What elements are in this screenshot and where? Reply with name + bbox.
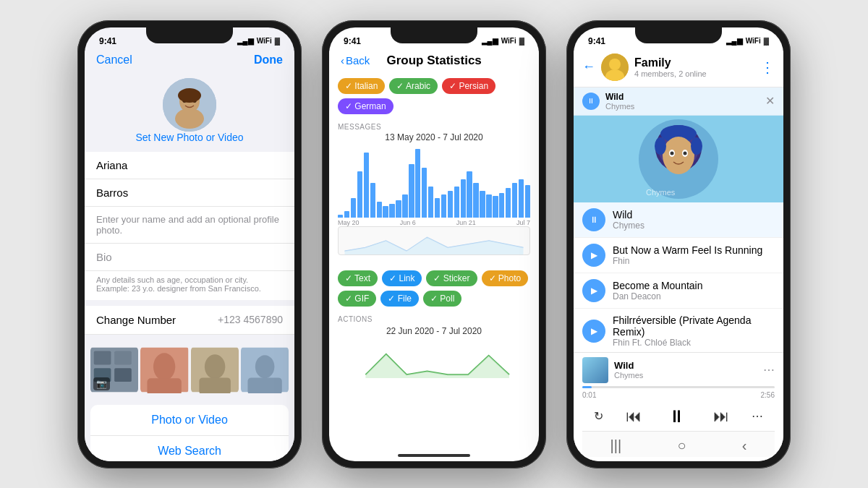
play-button-3[interactable]: ▶	[582, 279, 605, 302]
svg-text:Chymes: Chymes	[646, 188, 676, 197]
song-item-4[interactable]: ▶ Fhilrréversible (Private Agenda Remix)…	[574, 309, 783, 354]
phone2-nav: ‹ Back Group Statistics	[329, 51, 539, 74]
chart-bar	[377, 202, 382, 217]
chart-bar	[409, 164, 414, 218]
wifi-icon: WiFi	[257, 37, 272, 45]
play-pause-button[interactable]: ⏸	[664, 403, 690, 429]
set-photo-label[interactable]: Set New Photo or Video	[135, 132, 243, 143]
chart-bar	[344, 211, 349, 217]
android-back-button[interactable]: ‹	[742, 437, 747, 454]
first-name-field[interactable]: Ariana	[85, 152, 294, 179]
photo-thumb-image-4	[241, 346, 289, 393]
pause-button-1[interactable]: ⏸	[582, 208, 605, 231]
x-label-2: Jun 6	[400, 219, 416, 226]
song-artist-4: Fhin Ft. Chloé Black	[613, 338, 775, 348]
chart-bar	[351, 198, 356, 217]
change-number-row[interactable]: Change Number +123 4567890	[85, 306, 294, 335]
back-icon-3[interactable]: ←	[582, 59, 595, 74]
signal-icon: ▂▄▆	[237, 37, 254, 45]
filter-photo[interactable]: ✓ Photo	[482, 270, 529, 286]
chart-bar	[338, 215, 343, 217]
play-button-2[interactable]: ▶	[582, 244, 605, 267]
svg-rect-7	[94, 351, 111, 364]
song-title-3: Become a Mountain	[613, 280, 775, 291]
web-search-button[interactable]: Web Search	[90, 436, 289, 461]
chart-bar	[364, 153, 369, 218]
chart-bar	[493, 196, 498, 218]
mini-chart-area	[329, 226, 539, 266]
song-title-1: Wild	[613, 209, 775, 221]
android-home-button[interactable]: ○	[677, 437, 686, 454]
lang-persian[interactable]: ✓ Persian	[442, 78, 495, 94]
repeat-button[interactable]: ↻	[594, 409, 603, 423]
chart-bar	[480, 191, 485, 218]
chart-bar	[435, 198, 440, 217]
svg-point-36	[691, 137, 702, 155]
change-number-label: Change Number	[96, 314, 176, 326]
actions-chart-svg	[338, 341, 530, 378]
svg-point-33	[671, 151, 674, 155]
play-button-4[interactable]: ▶	[582, 320, 605, 343]
photo-thumb-4[interactable]	[241, 346, 289, 393]
song-artist-2: Fhin	[613, 256, 775, 266]
photo-thumb-2[interactable]	[140, 346, 188, 393]
messages-chart-area: 13 May 2020 - 7 Jul 2020 May 20 Jun 6 Ju…	[329, 132, 539, 226]
chart-bar	[357, 171, 362, 217]
chart-bar	[422, 168, 427, 218]
options-button[interactable]: ⋯	[752, 409, 763, 423]
back-button[interactable]: ‹ Back	[341, 54, 370, 67]
media-actions: Photo or Video Web Search	[90, 405, 289, 461]
photo-thumb-image-3	[191, 346, 239, 393]
song-details-1: Wild Chymes	[613, 209, 775, 231]
more-options-icon[interactable]: ⋯	[763, 363, 775, 377]
svg-point-2	[175, 108, 204, 129]
photo-thumb-1[interactable]: 📷	[90, 346, 138, 393]
svg-marker-20	[345, 237, 524, 254]
group-info: Family 4 members, 2 online	[634, 56, 754, 78]
chart-date-range: 13 May 2020 - 7 Jul 2020	[338, 132, 530, 142]
previous-button[interactable]: ⏮	[626, 407, 642, 426]
filter-link[interactable]: ✓ Link	[382, 270, 422, 286]
svg-point-35	[655, 137, 666, 155]
lang-italian[interactable]: ✓ Italian	[338, 78, 385, 94]
avatar-image	[163, 78, 216, 132]
done-nav-button[interactable]: Done	[254, 53, 283, 67]
filter-text[interactable]: ✓ Text	[338, 270, 378, 286]
actions-container: Photo or Video Web Search Log Out Cancel	[85, 399, 294, 461]
bar-chart	[338, 145, 530, 218]
chart-bar	[506, 188, 511, 217]
now-playing-bar: ⏸ Wild Chymes ✕	[574, 87, 783, 116]
chart-bar	[396, 200, 401, 217]
song-item-1[interactable]: ⏸ Wild Chymes	[574, 202, 783, 238]
cancel-nav-button[interactable]: Cancel	[96, 53, 132, 67]
android-menu-button[interactable]: |||	[610, 437, 622, 454]
more-options-button[interactable]: ⋮	[760, 59, 775, 76]
filter-sticker[interactable]: ✓ Sticker	[426, 270, 477, 286]
lang-arabic[interactable]: ✓ Arabic	[389, 78, 438, 94]
mini-pause-button[interactable]: ⏸	[582, 93, 600, 110]
now-playing-title: Wild	[605, 92, 760, 102]
avatar[interactable]	[163, 78, 216, 132]
last-name-field[interactable]: Barros	[85, 179, 294, 207]
home-indicator-2	[398, 454, 470, 457]
phone-3-screen: 9:41 ▂▄▆ WiFi ▓ ← Family	[574, 27, 783, 461]
photo-or-video-button[interactable]: Photo or Video	[90, 405, 289, 436]
phone-3: 9:41 ▂▄▆ WiFi ▓ ← Family	[566, 20, 791, 468]
svg-point-30	[663, 137, 694, 174]
bio-field[interactable]: Bio	[85, 244, 294, 271]
filter-file[interactable]: ✓ File	[380, 291, 419, 307]
photo-thumb-3[interactable]	[191, 346, 239, 393]
song-item-3[interactable]: ▶ Become a Mountain Dan Deacon	[574, 273, 783, 309]
chart-bar	[389, 204, 394, 218]
filter-poll[interactable]: ✓ Poll	[423, 291, 461, 307]
svg-point-15	[204, 354, 224, 379]
player-controls: ↻ ⏮ ⏸ ⏭ ⋯	[582, 399, 775, 431]
next-button[interactable]: ⏭	[713, 407, 729, 426]
song-item-2[interactable]: ▶ But Now a Warm Feel Is Running Fhin	[574, 238, 783, 273]
close-player-button[interactable]: ✕	[765, 94, 775, 108]
filter-gif[interactable]: ✓ GIF	[338, 291, 376, 307]
group-avatar-image	[601, 53, 629, 81]
progress-bar[interactable]	[582, 386, 775, 388]
battery-icon-2: ▓	[519, 37, 524, 45]
lang-german[interactable]: ✓ German	[338, 98, 393, 114]
